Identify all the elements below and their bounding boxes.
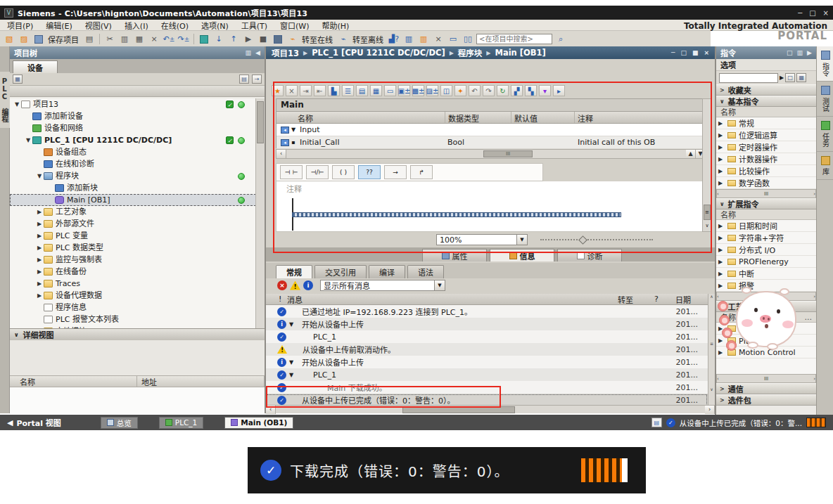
search-go-icon[interactable]: ⌕ bbox=[554, 33, 567, 45]
profile-view-icon[interactable]: □ bbox=[785, 73, 795, 82]
monitoring-on-off-icon[interactable]: ▞ bbox=[511, 85, 523, 96]
col-default[interactable]: 默认值 bbox=[511, 112, 575, 123]
tree-item-plc-tags[interactable]: ▶PLC 变量 bbox=[10, 230, 256, 242]
instruction-group-bit-logic[interactable]: ▶位逻辑运算 bbox=[716, 129, 816, 141]
instruction-group-date-time[interactable]: ▶日期和时间 bbox=[716, 220, 816, 232]
message-row-selected[interactable]: ✓ 从设备中上传已完成（错误：0：警告：0）。201... bbox=[266, 394, 708, 405]
plc1-tab[interactable]: PLC_1 bbox=[159, 417, 203, 429]
breadcrumb-project[interactable]: 项目13 bbox=[272, 47, 299, 58]
tab-general[interactable]: 常规 bbox=[276, 265, 312, 278]
split-vertical-icon[interactable]: ▯▯ bbox=[462, 33, 474, 45]
tree-item-alarm-text-lists[interactable]: PLC 报警文本列表 bbox=[10, 314, 256, 325]
basic-h-scrollbar[interactable]: ‹III› bbox=[716, 189, 816, 198]
tree-item-main-ob1[interactable]: Main [OB1] bbox=[10, 194, 256, 206]
strip-tab-instructions[interactable]: 指令 bbox=[817, 46, 833, 82]
free-form-comment-icon[interactable]: ◫ bbox=[440, 85, 452, 96]
message-row[interactable]: i▼ 开始从设备中上传201... bbox=[266, 356, 708, 368]
menu-edit[interactable]: 编辑(E) bbox=[46, 20, 72, 31]
report-icon[interactable]: ▤ bbox=[651, 418, 662, 427]
message-list-scrollbar[interactable]: ∧≡∨ bbox=[708, 294, 715, 405]
col-name[interactable]: 名称 bbox=[276, 112, 445, 123]
tree-item-online-backups[interactable]: ▶在线备份 bbox=[10, 266, 256, 278]
menu-insert[interactable]: 插入(I) bbox=[125, 20, 148, 31]
breadcrumb-blocks[interactable]: 程序块 bbox=[458, 47, 483, 58]
section-favorites[interactable]: > 收藏夹 bbox=[716, 84, 816, 96]
breadcrumb-main[interactable]: Main [OB1] bbox=[495, 48, 545, 58]
network-comment-placeholder[interactable]: 注释 bbox=[286, 183, 302, 194]
table-h-scrollbar[interactable]: ‹ III ▲ ▼ bbox=[276, 149, 706, 159]
overview-tab[interactable]: 总览 bbox=[101, 417, 138, 429]
pin-panel-icon[interactable]: ▥ bbox=[246, 49, 252, 56]
favorites-toggle-icon[interactable]: ✦ bbox=[454, 85, 466, 96]
compile-icon[interactable] bbox=[198, 33, 210, 45]
tree-expand-icon[interactable]: → bbox=[252, 75, 262, 84]
contact-no-button[interactable]: ⊣ ⊢ bbox=[280, 165, 303, 179]
menu-help[interactable]: 帮助(H) bbox=[322, 20, 350, 31]
tree-item-device-proxy[interactable]: ▶设备代理数据 bbox=[10, 290, 256, 302]
tree-item-plc1[interactable]: ▼PLC_1 [CPU 1211C DC/DC/DC]✓ bbox=[10, 134, 256, 146]
tree-item-plc-datatypes[interactable]: ▶PLC 数据类型 bbox=[10, 242, 256, 254]
detail-col-address[interactable]: 地址 bbox=[136, 376, 264, 387]
col-comment[interactable]: 注释 bbox=[575, 112, 706, 123]
section-communication[interactable]: > 通信 bbox=[716, 383, 816, 394]
more-tools-icon[interactable]: ▸ bbox=[553, 85, 565, 96]
upload-from-device-icon[interactable]: ↑ bbox=[227, 33, 240, 45]
split-horizontal-icon[interactable]: ▭ bbox=[447, 33, 459, 45]
rename-icon[interactable]: ⇥ bbox=[300, 85, 312, 96]
project-search-input[interactable] bbox=[476, 34, 552, 44]
info-filter-icon[interactable]: i bbox=[303, 280, 313, 290]
message-row[interactable]: ✓ PLC_1201... bbox=[266, 330, 708, 343]
goto-icon[interactable]: ⇤ bbox=[314, 85, 326, 96]
message-row[interactable]: ✓ 已通过地址 IP=192.168.9.223 连接到 PLC_1。201..… bbox=[266, 305, 708, 318]
open-branch-button[interactable]: → bbox=[384, 165, 407, 179]
selected-rung-wire[interactable] bbox=[292, 212, 621, 217]
instruction-group-compare[interactable]: ▶比较操作 bbox=[716, 165, 816, 177]
menu-project[interactable]: 项目(P) bbox=[7, 20, 33, 31]
tree-item-add-device[interactable]: 添加新设备 bbox=[10, 110, 256, 122]
tab-info[interactable]: 信息 bbox=[490, 249, 554, 261]
zoom-slider[interactable] bbox=[540, 239, 653, 240]
tree-scrollbar[interactable] bbox=[255, 98, 265, 328]
print-icon[interactable]: ▤ bbox=[83, 33, 96, 45]
editor-maximize-icon[interactable]: ■ bbox=[692, 49, 699, 56]
tree-item-watch-tables[interactable]: ▶监控与强制表 bbox=[10, 254, 256, 266]
close-window-icon[interactable]: × bbox=[432, 33, 445, 45]
diagnostics-icon[interactable]: ▟? bbox=[388, 33, 400, 45]
cut-icon[interactable]: ✂ bbox=[103, 33, 116, 45]
scroll-left-icon[interactable]: ‹ bbox=[266, 406, 276, 414]
instruction-group-math[interactable]: ▶数学函数 bbox=[716, 177, 816, 189]
tree-item-program-info[interactable]: 程序信息 bbox=[10, 302, 256, 314]
keep-actual-values-icon[interactable]: ▙ bbox=[328, 85, 340, 96]
tab-cross-references[interactable]: 交叉引用 bbox=[314, 265, 367, 278]
window-overlay-icon[interactable]: ▥ bbox=[417, 33, 430, 45]
go-offline-button[interactable]: 转至离线 bbox=[352, 34, 383, 45]
col-datatype[interactable]: 数据类型 bbox=[445, 112, 511, 123]
menu-window[interactable]: 窗口(W) bbox=[280, 20, 309, 31]
strip-tab-testing[interactable]: 测试 bbox=[817, 82, 833, 117]
tree-item-online-diagnostics[interactable]: 在线和诊断 bbox=[10, 158, 256, 170]
message-row[interactable]: ✓ Main 下载成功。201... bbox=[266, 381, 708, 394]
scroll-up-icon[interactable]: ▲ bbox=[686, 150, 696, 158]
collapse-panel-icon[interactable]: ◀ bbox=[255, 49, 260, 56]
update-inconsistent-calls-icon[interactable]: ↻ bbox=[497, 85, 509, 96]
zoom-select[interactable]: 100% ▼ bbox=[436, 234, 528, 245]
instruction-group-general[interactable]: ▶常规 bbox=[716, 117, 816, 129]
zoom-slider-thumb[interactable] bbox=[578, 235, 587, 245]
absolute-operands-icon[interactable]: ▣± bbox=[398, 85, 410, 96]
main-ob1-tab[interactable]: Main (OB1) bbox=[224, 417, 293, 429]
chevron-down-icon[interactable]: ▼ bbox=[434, 280, 445, 290]
tree-item-project[interactable]: ▼项目13✓ bbox=[10, 98, 256, 110]
section-basic-instructions[interactable]: ∨ 基本指令 bbox=[716, 96, 816, 107]
message-row[interactable]: ✓▼ PLC_1201... bbox=[266, 368, 708, 381]
breadcrumb-plc[interactable]: PLC_1 [CPU 1211C DC/DC/DC] bbox=[312, 48, 445, 58]
instruction-group-timers[interactable]: ▶定时器操作 bbox=[716, 141, 816, 153]
expand-panel-icon[interactable]: ▶ bbox=[807, 49, 812, 56]
message-h-scrollbar[interactable]: ‹ › bbox=[266, 405, 715, 413]
save-project-icon[interactable] bbox=[32, 33, 45, 45]
editor-v-scrollbar[interactable]: ≡ ∨ bbox=[702, 98, 712, 232]
save-project-button[interactable]: 保存项目 bbox=[48, 34, 79, 45]
plc-programming-strip-label[interactable]: PLC 编程 bbox=[0, 72, 10, 128]
editor-float-icon[interactable]: □ bbox=[680, 49, 687, 56]
tree-filter-icon[interactable]: ▦ bbox=[13, 75, 23, 84]
empty-box-button[interactable]: ?? bbox=[358, 165, 381, 179]
